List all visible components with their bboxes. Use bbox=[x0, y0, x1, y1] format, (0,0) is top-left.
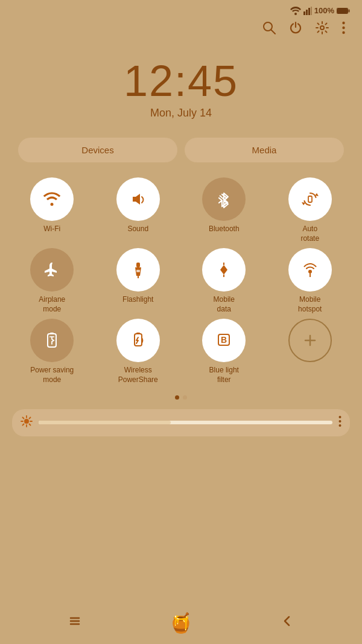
tile-wifi[interactable]: Wi-Fi bbox=[12, 177, 92, 243]
tile-airplane[interactable]: Airplane mode bbox=[12, 248, 92, 314]
nav-recents[interactable] bbox=[68, 614, 81, 631]
bottom-nav: 🍯 bbox=[0, 602, 362, 644]
tile-label-bluelightfilter: Blue light filter bbox=[209, 366, 239, 384]
svg-point-13 bbox=[342, 27, 345, 29]
tile-circle-bluelightfilter: B bbox=[202, 319, 246, 362]
tile-circle-mobiledata bbox=[202, 248, 246, 292]
tile-circle-add bbox=[288, 319, 332, 362]
tile-wirelesspowershare[interactable]: Wireless PowerShare bbox=[98, 319, 179, 384]
svg-text:B: B bbox=[221, 335, 227, 345]
tile-label-powersaving: Power saving mode bbox=[30, 366, 74, 384]
battery-icon bbox=[337, 7, 350, 14]
tile-hotspot[interactable]: Mobile hotspot bbox=[270, 248, 351, 314]
tile-mobiledata[interactable]: Mobile data bbox=[184, 248, 264, 314]
svg-rect-20 bbox=[308, 196, 312, 202]
tile-label-sound: Sound bbox=[127, 225, 148, 234]
brightness-icon bbox=[21, 415, 33, 430]
svg-point-11 bbox=[320, 26, 324, 30]
svg-line-43 bbox=[23, 417, 24, 418]
svg-rect-29 bbox=[48, 334, 56, 347]
recents-icon bbox=[68, 614, 81, 628]
tile-add[interactable] bbox=[270, 319, 351, 384]
tile-label-mobiledata: Mobile data bbox=[214, 295, 235, 314]
svg-rect-33 bbox=[136, 333, 140, 334]
brightness-row[interactable] bbox=[12, 409, 350, 436]
nav-home[interactable]: 🍯 bbox=[169, 611, 193, 634]
tile-circle-bluetooth bbox=[202, 177, 246, 221]
signal-icon bbox=[303, 7, 312, 15]
tab-media[interactable]: Media bbox=[185, 138, 344, 162]
tile-bluelightfilter[interactable]: B Blue light filter bbox=[184, 319, 264, 384]
flashlight-icon bbox=[129, 260, 148, 279]
tile-circle-airplane bbox=[30, 248, 74, 292]
svg-line-45 bbox=[23, 424, 24, 425]
tile-label-wifi: Wi-Fi bbox=[43, 225, 60, 234]
tile-powersaving[interactable]: Power saving mode bbox=[12, 319, 92, 384]
brightness-fill bbox=[39, 421, 171, 424]
svg-rect-1 bbox=[303, 11, 305, 15]
svg-point-48 bbox=[339, 420, 341, 422]
tabs-row: Devices Media bbox=[0, 126, 362, 168]
tile-label-airplane: Airplane mode bbox=[39, 295, 65, 314]
tile-circle-flashlight bbox=[116, 248, 160, 292]
tab-devices[interactable]: Devices bbox=[18, 138, 177, 162]
bluelightfilter-icon: B bbox=[214, 331, 233, 350]
page-dots bbox=[0, 388, 362, 404]
powersaving-icon bbox=[42, 331, 62, 350]
rotate-icon bbox=[300, 190, 320, 209]
svg-point-0 bbox=[294, 13, 297, 15]
tile-autorotate[interactable]: Auto rotate bbox=[270, 177, 351, 243]
tile-label-autorotate: Auto rotate bbox=[300, 225, 319, 243]
svg-rect-6 bbox=[349, 9, 350, 12]
wifi-status-icon bbox=[290, 7, 301, 15]
svg-point-47 bbox=[339, 416, 341, 418]
status-icons: 100% bbox=[290, 6, 350, 15]
nav-back[interactable] bbox=[281, 614, 294, 631]
brightness-bar[interactable] bbox=[39, 421, 332, 424]
brightness-more-icon[interactable] bbox=[338, 416, 341, 430]
svg-line-44 bbox=[30, 424, 31, 425]
tile-bluetooth[interactable]: Bluetooth bbox=[184, 177, 264, 243]
tile-label-hotspot: Mobile hotspot bbox=[298, 295, 322, 314]
tile-circle-hotspot bbox=[288, 248, 332, 292]
settings-icon[interactable] bbox=[316, 21, 329, 38]
battery-percentage: 100% bbox=[314, 6, 334, 15]
svg-rect-2 bbox=[306, 10, 308, 15]
tile-circle-powersaving bbox=[30, 319, 74, 362]
power-icon[interactable] bbox=[289, 21, 302, 38]
clock-section: 12:45 Mon, July 14 bbox=[0, 44, 362, 126]
svg-point-49 bbox=[339, 424, 341, 427]
sound-icon bbox=[129, 190, 148, 209]
wifi-icon bbox=[42, 190, 62, 209]
svg-rect-3 bbox=[308, 8, 310, 15]
tile-flashlight[interactable]: Flashlight bbox=[98, 248, 179, 314]
tile-sound[interactable]: Sound bbox=[98, 177, 179, 243]
svg-rect-30 bbox=[50, 333, 54, 334]
clock-date: Mon, July 14 bbox=[0, 107, 362, 120]
clock-time: 12:45 bbox=[0, 56, 362, 106]
tile-circle-wirelesspowershare bbox=[116, 319, 160, 362]
svg-point-27 bbox=[308, 270, 312, 273]
plus-icon bbox=[300, 331, 320, 350]
status-bar: 100% bbox=[0, 0, 362, 18]
dot-1 bbox=[175, 395, 179, 400]
sun-icon bbox=[21, 415, 33, 427]
svg-rect-23 bbox=[136, 270, 140, 272]
tile-circle-sound bbox=[116, 177, 160, 221]
tiles-grid: Wi-Fi Sound bbox=[12, 177, 350, 385]
svg-rect-4 bbox=[311, 7, 312, 15]
svg-marker-15 bbox=[133, 194, 140, 205]
back-icon bbox=[281, 614, 294, 628]
tile-label-bluetooth: Bluetooth bbox=[209, 225, 240, 234]
tile-label-wirelesspowershare: Wireless PowerShare bbox=[118, 366, 158, 384]
svg-rect-8 bbox=[337, 8, 348, 13]
svg-line-46 bbox=[30, 417, 31, 418]
airplane-icon bbox=[42, 260, 62, 279]
search-icon[interactable] bbox=[262, 21, 276, 38]
svg-point-12 bbox=[342, 22, 345, 24]
svg-line-10 bbox=[272, 30, 276, 34]
action-bar bbox=[0, 18, 362, 44]
svg-point-38 bbox=[24, 419, 29, 424]
more-icon[interactable] bbox=[342, 21, 345, 38]
tile-circle-autorotate bbox=[288, 177, 332, 221]
